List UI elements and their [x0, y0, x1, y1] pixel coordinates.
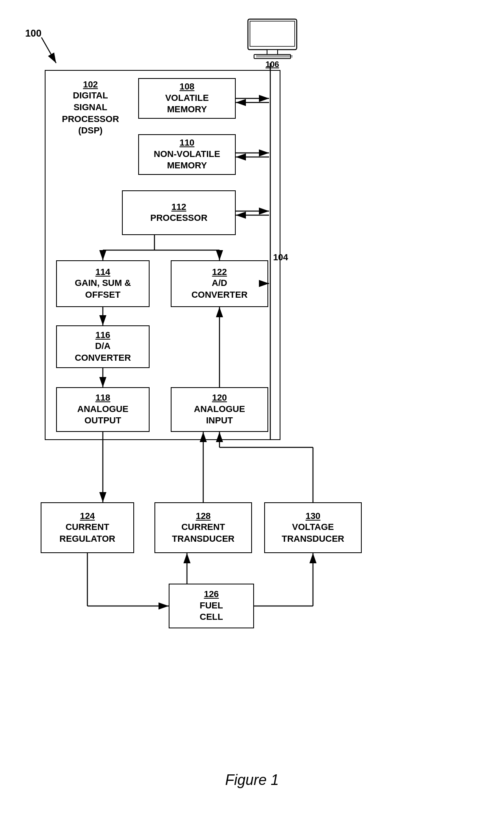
box-116: 116 D/ACONVERTER: [56, 325, 150, 368]
box-118: 118 ANALOGUEOUTPUT: [56, 387, 150, 432]
diagram-container: 100 106 106 102 DIGITALSIGNALPROCESSOR(D…: [0, 0, 504, 813]
box-120: 120 ANALOGUEINPUT: [171, 387, 268, 432]
svg-rect-1: [250, 21, 295, 46]
box-102-label: DIGITALSIGNALPROCESSOR(DSP): [53, 90, 128, 136]
box-128: 128 CURRENTTRANSDUCER: [154, 502, 252, 553]
monitor-icon: 106: [246, 18, 299, 59]
svg-line-11: [41, 37, 56, 63]
box-102-num: 102: [53, 79, 128, 90]
box-108: 108 VOLATILEMEMORY: [138, 78, 236, 119]
box-122: 122 A/DCONVERTER: [171, 260, 268, 307]
svg-rect-2: [267, 50, 278, 54]
box-126: 126 FUELCELL: [169, 584, 254, 628]
box-110: 110 NON-VOLATILEMEMORY: [138, 134, 236, 175]
box-102: 102 DIGITALSIGNALPROCESSOR(DSP): [53, 79, 128, 137]
ref-100: 100: [25, 28, 41, 39]
box-106: 106 106: [240, 17, 305, 70]
box-130: 130 VOLTAGETRANSDUCER: [264, 502, 362, 553]
box-112: 112 PROCESSOR: [122, 190, 236, 235]
box-124: 124 CURRENTREGULATOR: [41, 502, 134, 553]
box-114: 114 GAIN, SUM &OFFSET: [56, 260, 150, 307]
svg-rect-3: [254, 54, 291, 59]
figure-label: Figure 1: [0, 772, 504, 789]
label-106: 106: [265, 60, 279, 69]
